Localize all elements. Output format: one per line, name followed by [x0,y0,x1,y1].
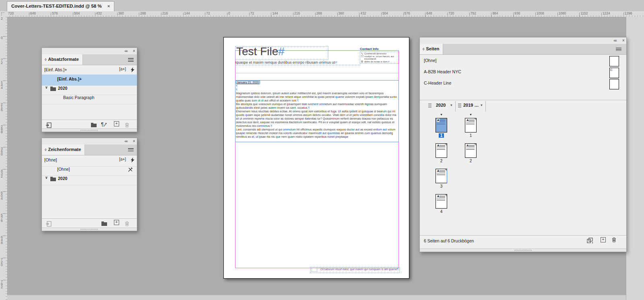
style-group-row-2020[interactable]: ∨ 2020 [42,174,137,185]
section-divider [455,101,456,112]
panel-resize-strip [420,248,626,252]
contact-phone-row: Corehendit denimolor [361,52,398,55]
phone-icon [361,52,364,55]
body-paragraph[interactable]: Bis aborepta que volescium eumquo et ips… [236,102,397,110]
ruler-origin[interactable] [0,11,8,17]
page-thumbnail-cell[interactable]: ▼A1 [436,114,447,140]
page-number[interactable]: 2 [436,159,447,163]
panel-drag-bar[interactable]: «« × [420,37,626,44]
subtitle-text-frame[interactable]: Iquaspe et maxim remque duntibus errorpo… [235,60,361,65]
crossed-pen-icon [128,167,133,172]
panel-drag-bar[interactable]: «« × [42,48,137,54]
panel-resize-grip[interactable] [80,130,98,131]
tab-character-styles[interactable]: ◊Zeichenformate [42,145,85,155]
collapse-panel-icon[interactable]: «« [124,139,127,143]
lightning-icon [131,67,134,72]
page-thumbnail[interactable]: A [436,143,447,158]
page-number[interactable]: 3 [436,184,447,188]
master-thumbnail-c-header[interactable] [609,79,619,89]
panel-menu-icon[interactable] [128,58,134,62]
master-row-c-header[interactable]: C-Header Line [420,79,626,91]
tab-pages[interactable]: ◊Seiten [420,44,443,54]
panel-menu-icon[interactable] [128,148,134,152]
date-line[interactable]: January 21, 2020 [236,81,397,84]
panel-drag-bar[interactable]: «« × [42,138,137,145]
ruler-label: 360 [339,11,344,15]
collapse-panel-icon[interactable]: «« [124,49,127,53]
close-panel-icon[interactable]: × [622,38,625,43]
new-page-icon[interactable]: + [601,237,606,242]
ruler-label: 0 [1,37,3,39]
page-thumbnail-cell[interactable]: A2 [465,140,477,165]
close-panel-icon[interactable]: × [133,49,135,53]
delete-style-icon[interactable] [125,121,129,128]
body-paragraph[interactable]: Ehenienem reius iducitias debites ectiae… [236,110,397,128]
page-thumbnail[interactable]: A [465,118,477,132]
body-paragraph[interactable]: Magnietum ipistios dolorum, ipsum autem … [236,91,397,102]
tab-paragraph-styles[interactable]: ◊Absatzformate [42,54,83,65]
collapse-panel-icon[interactable]: «« [613,38,616,43]
create-new-style-icon[interactable]: + [114,220,119,225]
page-thumbnail[interactable]: A [436,118,447,132]
page-number[interactable]: 2 [465,159,477,163]
page-number[interactable]: 1 [465,133,477,138]
page-thumbnail[interactable]: A [436,194,447,209]
contact-info-frame[interactable]: Contact Info Corehendit denimolor modipi… [360,47,399,64]
ruler-label: 1080 [559,11,566,15]
body-text-frame[interactable]: January 21, 2020 ¶ ¶ Magnietum ipistios … [236,81,397,143]
page-thumbnail-cell[interactable]: A3 [436,165,447,190]
close-panel-icon[interactable]: × [133,139,135,143]
ruler-label: 3 6 0 [1,147,3,156]
master-thumbnail-none[interactable] [609,56,619,66]
horizontal-ruler: 7206485765044323602882161447207214421628… [7,11,644,17]
edit-page-size-icon[interactable] [587,238,593,243]
delete-style-icon[interactable] [125,220,129,227]
create-new-style-icon[interactable]: + [114,121,119,126]
master-badge: A [466,118,469,122]
page-thumbnail[interactable]: A [436,169,447,183]
page-thumbnail-cell[interactable]: A4 [436,190,447,216]
ruler-label: 576 [405,11,410,15]
ruler-label: 6 4 8 [1,236,3,244]
body-paragraph[interactable]: Lant, consensis adi utemquod ut qui ommo… [236,128,397,139]
create-style-group-icon[interactable] [101,222,107,226]
section-dropdown-icon[interactable]: ▾ [481,103,483,107]
section-name-2020[interactable]: 2020 [436,103,446,108]
load-styles-icon[interactable] [45,121,52,128]
end-of-story-marker: # [278,45,285,58]
create-style-group-icon[interactable] [91,124,97,127]
pages-column: ▼A1A2 [465,114,477,165]
page-number[interactable]: 4 [436,209,447,214]
tab-close-icon[interactable]: × [107,4,110,8]
load-styles-icon[interactable] [45,220,52,227]
chevron-down-icon[interactable]: ∨ [45,176,48,180]
page-number[interactable]: 1 [436,133,447,138]
delete-page-icon[interactable] [612,237,616,242]
ruler-label: 216 [294,11,300,15]
master-row-none[interactable]: [Ohne] [420,56,626,68]
panel-toggle-icon: ◊ [45,148,46,152]
master-row-a-b2b[interactable]: A-B2B Header NYC [420,67,626,80]
section-name-2019[interactable]: 2019 … [463,103,479,108]
title-text-frame[interactable]: Test File# [235,46,328,60]
master-thumbnail-a-b2b[interactable]: C [609,68,619,78]
footer-text-frame[interactable]: Occaborum ressit eatur, que maxim qui cu… [310,267,400,273]
document-page[interactable]: Test File# Iquaspe et maxim remque dunti… [223,37,409,279]
panel-resize-strip [42,228,137,231]
panel-menu-icon[interactable] [616,48,621,52]
page-thumbnail[interactable]: A [465,143,477,158]
page-thumbnail-cell[interactable]: A2 [436,140,447,165]
selected-date-text[interactable]: January 21, 2020 [236,81,260,84]
clear-overrides-icon[interactable]: ¶ [101,122,107,127]
document-tab-title: Cover-Letters-TEST-EDITED.indd @ 58 % [11,4,102,8]
page-thumbnail-cell[interactable]: ▼A1 [465,114,477,140]
chevron-down-icon[interactable]: ∨ [45,85,48,89]
horizontal-scrollbar[interactable] [7,295,626,300]
ruler-label: 1296 [625,11,632,15]
ruler-label: 7 2 [1,17,3,20]
section-dropdown-icon[interactable]: ▾ [450,103,452,107]
panel-resize-grip[interactable] [80,229,98,230]
style-row-basic-paragraph[interactable]: Basic Paragraph [42,93,137,104]
panel-resize-grip[interactable] [514,250,532,251]
panel-resize-strip [42,128,137,132]
